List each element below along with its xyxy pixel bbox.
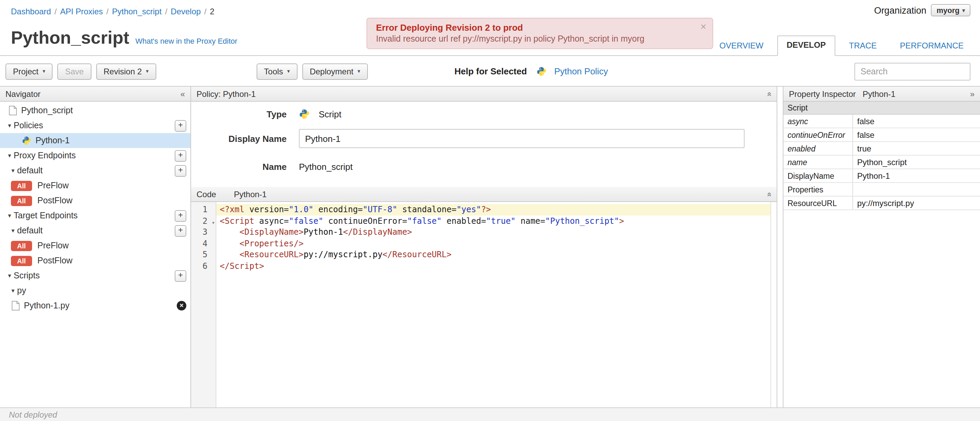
- nav-item-proxy-endpoints[interactable]: ▾ Proxy Endpoints +: [0, 148, 190, 163]
- code-lines[interactable]: <?xml version="1.0" encoding="UTF-8" sta…: [216, 202, 776, 408]
- add-proxy-endpoint-button[interactable]: +: [175, 150, 186, 162]
- property-value: true: [853, 142, 871, 155]
- nav-item-label: py: [17, 286, 26, 295]
- all-badge: All: [11, 256, 32, 266]
- deployment-menu-button[interactable]: Deployment ▾: [302, 63, 368, 79]
- breadcrumb-separator: /: [54, 7, 57, 16]
- collapse-triangle-icon[interactable]: ▾: [9, 227, 17, 234]
- display-name-input[interactable]: [299, 129, 745, 148]
- collapse-triangle-icon[interactable]: ▾: [5, 152, 14, 159]
- breadcrumb-link-develop[interactable]: Develop: [170, 7, 200, 16]
- nav-item-target-endpoint-default[interactable]: ▾ default +: [0, 223, 190, 238]
- navigator-header: Navigator «: [0, 87, 190, 102]
- deployment-status-text: Not deployed: [9, 410, 57, 419]
- deployment-menu-label: Deployment: [310, 67, 353, 76]
- collapse-triangle-icon[interactable]: ▾: [5, 122, 14, 129]
- property-value: py://myscript.py: [853, 197, 914, 210]
- all-badge: All: [11, 195, 32, 206]
- nav-item-policies[interactable]: ▾ Policies +: [0, 118, 190, 133]
- file-icon: [11, 301, 20, 310]
- nav-item-target-preflow[interactable]: All PreFlow: [0, 238, 190, 253]
- org-select[interactable]: myorg ▾: [931, 4, 970, 16]
- breadcrumb-link-dashboard[interactable]: Dashboard: [11, 7, 51, 16]
- tab-trace[interactable]: TRACE: [839, 36, 886, 56]
- tab-develop[interactable]: DEVELOP: [777, 35, 835, 56]
- property-row-properties: Properties: [783, 183, 980, 197]
- nav-item-label: default: [17, 226, 43, 235]
- tools-menu-button[interactable]: Tools ▾: [256, 63, 298, 79]
- nav-item-proxy-root[interactable]: Python_script: [0, 103, 190, 118]
- breadcrumb: Dashboard/API Proxies/Python_script/Deve…: [11, 7, 214, 16]
- code-line: <Properties/>: [216, 238, 776, 249]
- revision-menu-label: Revision 2: [103, 67, 142, 76]
- property-row-async: async false: [783, 114, 980, 128]
- organization-area: Organization myorg ▾: [874, 4, 970, 16]
- tab-performance[interactable]: PERFORMANCE: [890, 36, 973, 56]
- collapse-triangle-icon[interactable]: ▾: [9, 287, 17, 294]
- code-gutter: 12▾3456: [191, 202, 216, 408]
- save-button-label: Save: [65, 67, 84, 76]
- add-flow-button[interactable]: +: [175, 165, 186, 177]
- error-banner-message: Invalid resource url ref py://myscript.p…: [376, 34, 692, 44]
- search-input[interactable]: [854, 62, 970, 80]
- add-target-endpoint-button[interactable]: +: [175, 210, 186, 222]
- property-value: false: [853, 128, 875, 141]
- collapse-section-icon[interactable]: »: [764, 91, 773, 96]
- nav-item-label: default: [17, 166, 43, 175]
- nav-item-proxy-endpoint-default[interactable]: ▾ default +: [0, 163, 190, 178]
- collapse-section-icon[interactable]: »: [764, 192, 773, 196]
- type-value-text: Script: [319, 109, 341, 119]
- add-script-button[interactable]: +: [175, 270, 186, 282]
- property-inspector-subtitle: Python-1: [862, 89, 896, 98]
- caret-down-icon: ▾: [43, 68, 45, 75]
- collapse-triangle-icon[interactable]: ▾: [5, 212, 14, 219]
- property-inspector-title: Property Inspector: [789, 89, 856, 98]
- delete-script-icon[interactable]: ×: [177, 301, 186, 310]
- policy-panel-title: Policy: Python-1: [197, 89, 256, 98]
- whats-new-link[interactable]: What's new in the Proxy Editor: [135, 37, 237, 45]
- top-header: Dashboard/API Proxies/Python_script/Deve…: [0, 0, 980, 56]
- property-value: false: [853, 114, 875, 128]
- python-icon: [22, 136, 32, 145]
- project-menu-button[interactable]: Project ▾: [5, 63, 53, 79]
- code-line: </Script>: [216, 260, 776, 272]
- caret-down-icon: ▾: [962, 7, 965, 13]
- collapse-panel-icon[interactable]: «: [180, 89, 185, 98]
- code-line: <Script async="false" continueOnError="f…: [216, 215, 776, 227]
- apigee-proxy-editor: Dashboard/API Proxies/Python_script/Deve…: [0, 0, 980, 421]
- property-section-header: Script: [783, 102, 980, 114]
- nav-item-scripts[interactable]: ▾ Scripts +: [0, 268, 190, 283]
- breadcrumb-link-proxy[interactable]: Python_script: [112, 7, 161, 16]
- add-flow-button[interactable]: +: [175, 225, 186, 237]
- python-policy-help-link[interactable]: Python Policy: [536, 66, 608, 76]
- revision-menu-button[interactable]: Revision 2 ▾: [96, 63, 156, 79]
- organization-label: Organization: [874, 5, 926, 15]
- property-inspector-panel: Property Inspector Python-1 » Script asy…: [783, 87, 980, 408]
- page-title: Python_script: [11, 27, 129, 48]
- code-line: <ResourceURL>py://myscript.py</ResourceU…: [216, 249, 776, 260]
- add-policy-button[interactable]: +: [175, 120, 186, 132]
- nav-item-proxy-preflow[interactable]: All PreFlow: [0, 178, 190, 193]
- nav-item-policy-python-1[interactable]: Python-1: [0, 133, 190, 148]
- org-select-value: myorg: [937, 6, 959, 14]
- nav-item-script-python-1-py[interactable]: Python-1.py ×: [0, 298, 190, 313]
- breadcrumb-current-revision: 2: [210, 7, 214, 16]
- policy-type-value: Script: [299, 108, 341, 119]
- status-bar: Not deployed: [0, 407, 980, 421]
- nav-item-proxy-postflow[interactable]: All PostFlow: [0, 193, 190, 208]
- close-icon[interactable]: ×: [700, 22, 706, 32]
- code-scrollbar[interactable]: [770, 202, 776, 408]
- nav-item-target-postflow[interactable]: All PostFlow: [0, 253, 190, 268]
- save-button[interactable]: Save: [58, 63, 91, 79]
- breadcrumb-link-api-proxies[interactable]: API Proxies: [60, 7, 103, 16]
- expand-panel-icon[interactable]: »: [970, 89, 975, 98]
- project-menu-label: Project: [13, 67, 38, 76]
- collapse-triangle-icon[interactable]: ▾: [9, 167, 17, 174]
- help-for-selected-label: Help for Selected: [455, 66, 527, 76]
- collapse-triangle-icon[interactable]: ▾: [5, 272, 14, 279]
- nav-item-scripts-py-folder[interactable]: ▾ py: [0, 283, 190, 298]
- nav-item-target-endpoints[interactable]: ▾ Target Endpoints +: [0, 208, 190, 223]
- all-badge: All: [11, 181, 32, 191]
- tab-overview[interactable]: OVERVIEW: [710, 36, 773, 56]
- code-editor: 12▾3456 <?xml version="1.0" encoding="UT…: [191, 202, 776, 408]
